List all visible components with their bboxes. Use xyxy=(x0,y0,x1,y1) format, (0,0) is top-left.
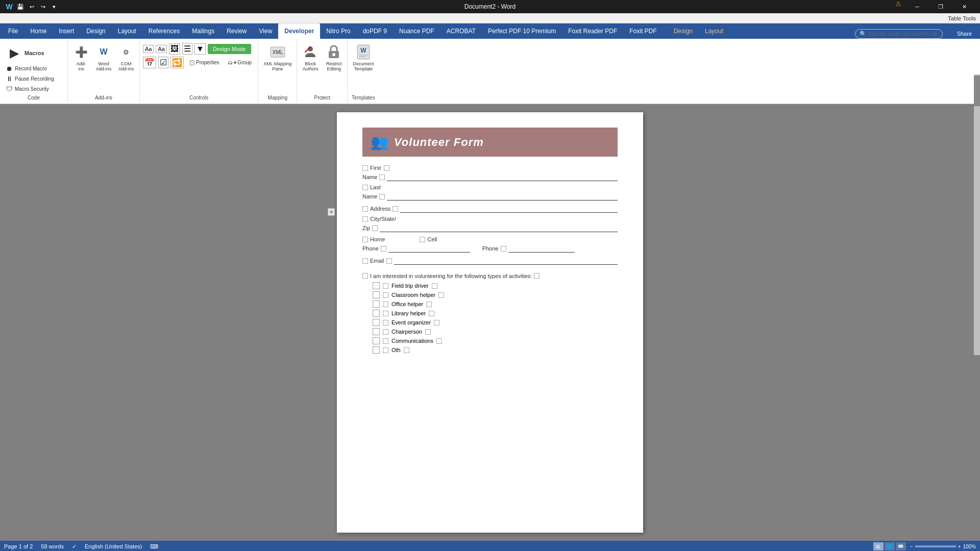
classroom-ctrl[interactable] xyxy=(383,292,388,298)
pause-recording-button[interactable]: ⏸ Pause Recording xyxy=(3,74,56,84)
text-control-icon[interactable]: Aa xyxy=(143,45,154,53)
email-input[interactable] xyxy=(394,257,618,265)
first-name-input[interactable] xyxy=(387,173,618,181)
event-checkbox[interactable] xyxy=(373,319,380,326)
cell-ctrl2[interactable] xyxy=(501,246,506,252)
checkbox-control-icon[interactable]: ☑ xyxy=(158,57,168,68)
zip-ctrl[interactable] xyxy=(372,226,378,231)
field-trip-ctrl2[interactable] xyxy=(432,283,437,289)
last-name-ctrl[interactable] xyxy=(362,185,368,190)
combo-control-icon[interactable]: ☰ xyxy=(182,43,192,55)
group-button[interactable]: 🗂 ▾ Group xyxy=(225,59,255,66)
macros-button[interactable]: ▶ Macros xyxy=(3,43,64,63)
activities-ctrl[interactable] xyxy=(362,273,368,279)
scrollbar-thumb[interactable] xyxy=(974,104,980,106)
block-authors-button[interactable]: BlockAuthors xyxy=(300,43,321,72)
office-ctrl2[interactable] xyxy=(426,302,432,307)
tell-me-input[interactable]: 🔍 Tell me what you want to do xyxy=(855,29,943,39)
save-button[interactable]: 💾 xyxy=(15,2,26,12)
addins-button[interactable]: ➕ Add-ins xyxy=(71,43,91,72)
tab-insert[interactable]: Insert xyxy=(53,23,80,39)
tab-perfectpdf[interactable]: Perfect PDF 10 Premium xyxy=(482,23,562,39)
library-ctrl2[interactable] xyxy=(429,311,434,316)
zoom-level[interactable]: 100% xyxy=(963,544,976,549)
repeat-control-icon[interactable]: 🔁 xyxy=(170,57,184,68)
tab-view[interactable]: View xyxy=(253,23,279,39)
language-indicator[interactable]: English (United States) xyxy=(85,543,142,549)
field-trip-ctrl[interactable] xyxy=(383,283,388,289)
word-addins-button[interactable]: W WordAdd-ins xyxy=(93,43,114,72)
tab-dopdf[interactable]: doPDF 9 xyxy=(357,23,393,39)
other-ctrl[interactable] xyxy=(383,347,388,353)
zoom-in-btn[interactable]: + xyxy=(958,544,961,549)
xml-mapping-button[interactable]: XML XML MappingPane xyxy=(261,43,293,72)
tab-developer[interactable]: Developer xyxy=(278,23,320,39)
chairperson-checkbox[interactable] xyxy=(373,328,380,335)
tab-table-layout[interactable]: Layout xyxy=(699,23,729,39)
cell-phone-input[interactable] xyxy=(508,244,575,253)
tab-references[interactable]: References xyxy=(142,23,186,39)
properties-button[interactable]: 📋 Properties xyxy=(186,59,223,66)
restrict-editing-button[interactable]: RestrictEditing xyxy=(324,43,344,72)
document-template-button[interactable]: W DocumentTemplate xyxy=(351,43,376,72)
minimize-button[interactable]: ─ xyxy=(905,0,929,13)
tab-foxit-pdf[interactable]: Foxit PDF xyxy=(623,23,663,39)
address-ctrl[interactable] xyxy=(362,206,368,212)
tab-review[interactable]: Review xyxy=(220,23,253,39)
restore-button[interactable]: ❐ xyxy=(929,0,952,13)
table-move-handle[interactable]: ✛ xyxy=(328,208,335,216)
event-ctrl[interactable] xyxy=(383,320,388,325)
customize-qat[interactable]: ▾ xyxy=(49,2,59,12)
redo-button[interactable]: ↪ xyxy=(38,2,48,12)
tab-table-design[interactable]: Design xyxy=(668,23,699,39)
field-trip-checkbox[interactable] xyxy=(373,282,380,289)
first-name-ctrl[interactable] xyxy=(362,165,368,171)
print-layout-btn[interactable]: ▤ xyxy=(873,542,884,550)
com-addins-button[interactable]: ⚙ COMAdd-ins xyxy=(116,43,136,72)
tab-design[interactable]: Design xyxy=(80,23,111,39)
tab-home[interactable]: Home xyxy=(24,23,53,39)
tab-file[interactable]: File xyxy=(2,23,24,39)
classroom-ctrl2[interactable] xyxy=(438,292,444,298)
tab-mailings[interactable]: Mailings xyxy=(186,23,220,39)
communications-ctrl[interactable] xyxy=(383,338,388,344)
close-button[interactable]: ✕ xyxy=(952,0,976,13)
dropdown-control-icon[interactable]: ▼ xyxy=(194,43,206,55)
library-ctrl[interactable] xyxy=(383,311,388,316)
classroom-checkbox[interactable] xyxy=(373,291,380,298)
cell-phone-ctrl[interactable] xyxy=(420,237,425,242)
last-name-input[interactable] xyxy=(387,192,618,201)
web-layout-btn[interactable]: 🌐 xyxy=(885,542,895,550)
undo-button[interactable]: ↩ xyxy=(27,2,37,12)
last-name-ctrl2[interactable] xyxy=(379,194,385,199)
design-mode-button[interactable]: Design Mode xyxy=(208,44,251,54)
chairperson-ctrl2[interactable] xyxy=(425,329,431,335)
pic-control-icon[interactable]: 🖼 xyxy=(169,43,180,55)
zoom-slider[interactable] xyxy=(915,545,956,547)
office-ctrl[interactable] xyxy=(383,302,388,307)
address-ctrl2[interactable] xyxy=(393,206,398,212)
home-phone-input[interactable] xyxy=(388,244,470,253)
name-ctrl[interactable] xyxy=(379,174,385,180)
communications-ctrl2[interactable] xyxy=(436,338,442,344)
other-ctrl2[interactable] xyxy=(404,347,409,353)
text2-control-icon[interactable]: Aa xyxy=(156,45,166,53)
city-zip-input[interactable] xyxy=(380,224,618,232)
record-macro-button[interactable]: ⏺ Record Macro xyxy=(3,64,49,73)
date-control-icon[interactable]: 📅 xyxy=(143,57,156,68)
read-mode-btn[interactable]: 📖 xyxy=(896,542,906,550)
other-checkbox[interactable] xyxy=(373,346,380,354)
city-ctrl[interactable] xyxy=(362,216,368,222)
tab-foxit-reader[interactable]: Foxit Reader PDF xyxy=(562,23,623,39)
communications-checkbox[interactable] xyxy=(373,337,380,344)
zoom-out-btn[interactable]: − xyxy=(910,544,913,549)
address-input[interactable] xyxy=(400,205,618,213)
tab-layout[interactable]: Layout xyxy=(112,23,142,39)
chairperson-ctrl[interactable] xyxy=(383,329,388,335)
tab-nitro[interactable]: Nitro Pro xyxy=(320,23,356,39)
tab-nuance[interactable]: Nuance PDF xyxy=(393,23,440,39)
event-ctrl2[interactable] xyxy=(434,320,439,325)
phone-ctrl[interactable] xyxy=(381,246,386,252)
macro-security-button[interactable]: 🛡 Macro Security xyxy=(3,84,51,94)
spell-check-icon[interactable]: ✓ xyxy=(72,543,77,550)
